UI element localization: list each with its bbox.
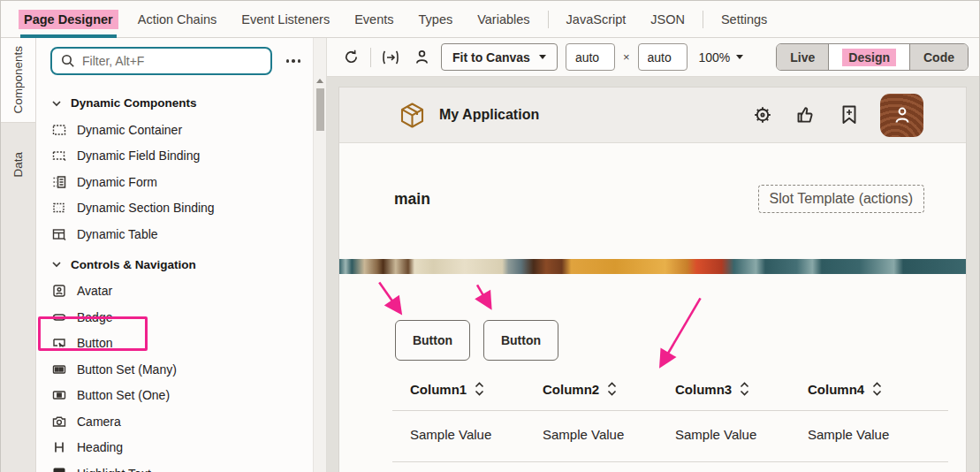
table-header-row: Column1 Column2 Column3 <box>392 371 948 407</box>
mode-design-button[interactable]: Design <box>828 44 909 70</box>
table-cell: Sample Value <box>392 427 525 442</box>
button-icon <box>51 335 67 351</box>
mode-live-button[interactable]: Live <box>777 44 828 70</box>
canvas-button-1[interactable]: Button <box>395 320 470 361</box>
component-item-highlight-text[interactable]: A Highlight Text <box>51 461 313 472</box>
bookmark-add-icon[interactable] <box>837 103 862 127</box>
sort-icon[interactable] <box>740 382 749 396</box>
component-item-dynamic-field-binding[interactable]: Dynamic Field Binding <box>51 143 313 170</box>
search-icon <box>61 54 75 68</box>
component-item-button[interactable]: Button <box>51 331 313 357</box>
canvas-height-input[interactable] <box>638 43 688 71</box>
slot-template-actions[interactable]: Slot Template (actions) <box>758 185 924 213</box>
camera-icon <box>51 414 67 430</box>
caret-down-icon <box>736 55 743 59</box>
heading-icon <box>51 439 67 455</box>
overflow-menu-icon[interactable] <box>281 54 307 68</box>
app-logo-icon <box>400 103 424 128</box>
tab-javascript[interactable]: JavaScript <box>554 1 639 38</box>
button-row: Button Button <box>339 320 966 361</box>
chevron-down-icon <box>51 259 62 270</box>
tab-event-listeners[interactable]: Event Listeners <box>229 1 342 38</box>
column-header-2[interactable]: Column2 <box>525 382 657 397</box>
canvas-width-input[interactable] <box>566 43 615 71</box>
table-cell: Sample Value <box>790 427 923 442</box>
thumbs-up-icon[interactable] <box>794 103 818 127</box>
app-header: My Application <box>339 88 966 143</box>
sort-icon[interactable] <box>475 382 484 396</box>
gear-icon[interactable] <box>750 103 775 127</box>
table-cell: Sample Value <box>525 427 657 442</box>
caret-down-icon <box>539 55 546 59</box>
chevron-down-icon <box>51 98 62 109</box>
dynamic-table-icon <box>51 226 67 242</box>
side-tab-data[interactable]: Data <box>1 123 35 206</box>
mode-code-button[interactable]: Code <box>909 44 968 70</box>
sort-icon[interactable] <box>872 382 882 396</box>
tab-settings[interactable]: Settings <box>709 1 779 38</box>
tab-action-chains[interactable]: Action Chains <box>125 1 229 38</box>
tab-types[interactable]: Types <box>406 1 466 38</box>
column-header-3[interactable]: Column3 <box>657 382 790 397</box>
person-icon <box>891 103 914 126</box>
badge-icon <box>51 309 67 325</box>
component-item-dynamic-section-binding[interactable]: Dynamic Section Binding <box>51 195 313 222</box>
component-item-heading[interactable]: Heading <box>51 435 313 461</box>
user-avatar[interactable] <box>880 94 923 137</box>
column-header-4[interactable]: Column4 <box>790 382 923 397</box>
sort-icon[interactable] <box>607 382 617 396</box>
svg-text:A: A <box>57 468 63 472</box>
table-divider <box>392 461 948 462</box>
tab-divider <box>703 11 703 28</box>
component-tree: Dynamic Components Dynamic Container Dyn… <box>36 84 313 472</box>
side-tab-components[interactable]: Components <box>1 38 35 123</box>
data-table: Column1 Column2 Column3 <box>392 371 948 462</box>
section-dynamic-components[interactable]: Dynamic Components <box>51 89 313 117</box>
design-canvas: My Application <box>327 77 979 472</box>
tab-variables[interactable]: Variables <box>465 1 542 38</box>
top-tab-bar: Page Designer Action Chains Event Listen… <box>1 1 979 38</box>
column-header-1[interactable]: Column1 <box>392 382 525 397</box>
component-item-avatar[interactable]: Avatar <box>51 278 313 305</box>
banner-image <box>339 259 966 274</box>
avatar-icon <box>51 283 67 299</box>
tab-page-designer[interactable]: Page Designer <box>11 1 125 38</box>
canvas-size-dropdown[interactable]: Fit to Canvas <box>441 43 558 71</box>
table-cell: Sample Value <box>657 427 790 442</box>
table-row[interactable]: Sample Value Sample Value Sample Value S… <box>392 411 948 458</box>
mode-switcher: Live Design Code <box>776 43 969 71</box>
tab-events[interactable]: Events <box>342 1 406 38</box>
component-item-button-set-one[interactable]: Button Set (One) <box>51 383 313 409</box>
canvas-button-2[interactable]: Button <box>483 320 558 361</box>
go-to-flow-icon[interactable] <box>379 46 402 69</box>
component-item-button-set-many[interactable]: Button Set (Many) <box>51 356 313 383</box>
dynamic-field-binding-icon <box>51 148 67 164</box>
page-designer-app: Page Designer Action Chains Event Listen… <box>0 0 980 472</box>
panel-scrollbar[interactable] <box>313 38 326 472</box>
scrollbar-thumb[interactable] <box>316 88 324 131</box>
zoom-dropdown[interactable]: 100% <box>695 50 748 65</box>
button-set-one-icon <box>51 387 67 403</box>
highlight-text-icon: A <box>51 466 67 472</box>
filter-input[interactable] <box>82 54 262 68</box>
filter-field[interactable] <box>50 47 272 75</box>
button-set-many-icon <box>51 362 67 377</box>
dynamic-container-icon <box>51 122 67 138</box>
page-body: main Slot Template (actions) Button Butt… <box>339 143 966 472</box>
component-item-dynamic-form[interactable]: Dynamic Form <box>51 169 313 195</box>
dimension-times: × <box>623 50 630 64</box>
component-item-badge[interactable]: Badge <box>51 304 313 331</box>
user-context-icon[interactable] <box>410 46 433 69</box>
components-panel: Dynamic Components Dynamic Container Dyn… <box>36 38 313 472</box>
section-controls-navigation[interactable]: Controls & Navigation <box>51 251 313 278</box>
dynamic-section-binding-icon <box>51 200 67 216</box>
app-title: My Application <box>439 107 539 123</box>
component-item-camera[interactable]: Camera <box>51 408 313 435</box>
canvas-toolbar: Fit to Canvas × 100% Live Design Code <box>327 38 979 77</box>
component-item-dynamic-table[interactable]: Dynamic Table <box>51 221 313 247</box>
tab-json[interactable]: JSON <box>638 1 697 38</box>
scrollbar-up-arrow[interactable] <box>316 79 323 83</box>
refresh-icon[interactable] <box>339 46 362 69</box>
tab-divider <box>548 11 549 28</box>
component-item-dynamic-container[interactable]: Dynamic Container <box>51 117 313 143</box>
